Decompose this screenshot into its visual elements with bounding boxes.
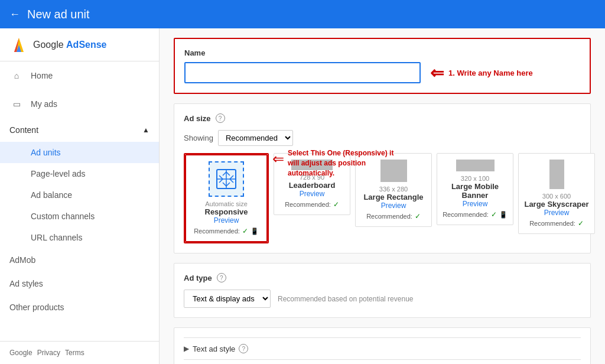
ad-size-card-large-skyscraper[interactable]: 300 x 600 Large Skyscraper Preview Recom… xyxy=(518,153,595,234)
sidebar: Google AdSense ⌂ Home ▭ My ads Content ▲… xyxy=(0,28,160,364)
collapsibles-section: ▶ Text ad style ? ▶ Custom channels ? Fi… xyxy=(174,327,591,364)
ad-size-card-responsive[interactable]: Automatic size Responsive Preview Recomm… xyxy=(185,154,268,242)
ad-size-label: Ad size xyxy=(184,114,211,123)
sidebar-item-admob[interactable]: AdMob xyxy=(0,248,159,272)
ad-size-section: Ad size ? Showing Recommended ⇐ Select T… xyxy=(174,103,591,254)
responsive-name: Responsive xyxy=(205,207,248,216)
sidebar-footer: Google Privacy Terms xyxy=(0,341,159,364)
name-input[interactable] xyxy=(184,62,421,83)
text-ad-style-help-icon[interactable]: ? xyxy=(239,344,248,353)
name-section: Name ⇐ 1. Write any Name here xyxy=(174,38,591,94)
large-skyscraper-recommended: Recommended: ✓ xyxy=(529,219,584,228)
sidebar-other-products-label: Other products xyxy=(9,303,64,312)
footer-terms-link[interactable]: Terms xyxy=(65,349,84,357)
sidebar-item-content[interactable]: Content ▲ xyxy=(0,118,159,142)
ad-type-row: Text & display ads Recommended based on … xyxy=(184,290,581,308)
logo-text: Google AdSense xyxy=(33,40,107,50)
back-button[interactable]: ← xyxy=(9,8,20,21)
responsive-annotation-text: Select This One (Responsive) it will adj… xyxy=(288,148,406,178)
recommended-label-large-rect: Recommended: xyxy=(366,213,412,220)
ad-type-help-icon[interactable]: ? xyxy=(217,273,226,282)
text-ad-style-label: Text ad style xyxy=(193,344,235,353)
sidebar-item-custom-channels[interactable]: Custom channels xyxy=(0,206,159,227)
responsive-icon xyxy=(214,167,238,191)
page-title: New ad unit xyxy=(27,8,90,21)
name-annotation-text: 1. Write any Name here xyxy=(448,69,533,77)
home-icon: ⌂ xyxy=(9,69,24,83)
chevron-right-icon-text-ad: ▶ xyxy=(184,344,189,353)
ad-type-label: Ad type xyxy=(184,274,212,282)
main-content: Name ⇐ 1. Write any Name here Ad size ? … xyxy=(160,28,605,364)
responsive-preview-link[interactable]: Preview xyxy=(214,216,239,225)
custom-channels-collapsible[interactable]: ▶ Custom channels ? xyxy=(184,359,581,364)
sidebar-item-home[interactable]: ⌂ Home xyxy=(0,61,159,90)
ad-size-header: Ad size ? xyxy=(184,113,581,123)
sidebar-item-my-ads[interactable]: ▭ My ads xyxy=(0,90,159,118)
ad-type-header: Ad type ? xyxy=(184,273,581,282)
footer-privacy-link[interactable]: Privacy xyxy=(37,349,60,357)
sidebar-ad-styles-label: Ad styles xyxy=(9,279,43,288)
name-label: Name xyxy=(184,48,580,57)
recommended-label-large-mobile: Recommended: xyxy=(443,211,489,218)
large-rectangle-preview-link[interactable]: Preview xyxy=(381,202,406,210)
sidebar-item-my-ads-label: My ads xyxy=(31,99,57,109)
sidebar-item-ad-balance[interactable]: Ad balance xyxy=(0,184,159,206)
responsive-preview-box xyxy=(209,161,244,197)
large-mobile-banner-name: Large Mobile Banner xyxy=(442,182,508,200)
adsense-logo-icon xyxy=(9,35,28,54)
sidebar-item-page-level-ads[interactable]: Page-level ads xyxy=(0,163,159,184)
mobile-icon-responsive: 📱 xyxy=(251,228,259,235)
sidebar-content-label: Content xyxy=(9,125,38,135)
recommended-label-responsive: Recommended: xyxy=(194,228,240,235)
text-ad-style-collapsible[interactable]: ▶ Text ad style ? xyxy=(184,337,581,359)
large-rectangle-size-label: 336 x 280 xyxy=(379,186,408,193)
ad-type-section: Ad type ? Text & display ads Recommended… xyxy=(174,263,591,318)
ad-size-help-icon[interactable]: ? xyxy=(216,113,225,123)
recommended-label-leaderboard: Recommended: xyxy=(285,201,331,208)
check-icon-leaderboard: ✓ xyxy=(333,200,339,209)
chevron-up-icon: ▲ xyxy=(142,126,149,134)
name-annotation: ⇐ 1. Write any Name here xyxy=(430,63,533,83)
filter-select[interactable]: Recommended xyxy=(218,130,293,146)
check-icon-responsive: ✓ xyxy=(242,227,248,235)
sidebar-admob-label: AdMob xyxy=(9,255,35,265)
page-header: ← New ad unit xyxy=(0,0,605,28)
annotation-arrow-right: ⇐ xyxy=(272,151,284,167)
sidebar-item-home-label: Home xyxy=(31,71,53,80)
large-skyscraper-size-label: 300 x 600 xyxy=(542,193,571,200)
check-icon-large-rect: ✓ xyxy=(415,212,421,220)
sidebar-item-ad-styles[interactable]: Ad styles xyxy=(0,272,159,295)
mobile-icon-large-mobile: 📱 xyxy=(499,211,508,219)
filter-label: Showing xyxy=(184,134,213,142)
large-mobile-banner-preview-img xyxy=(456,160,495,171)
large-rectangle-name: Large Rectangle xyxy=(363,193,423,202)
large-skyscraper-preview-img xyxy=(549,160,564,189)
large-skyscraper-name: Large Skyscraper xyxy=(524,200,588,209)
sidebar-item-other-products[interactable]: Other products xyxy=(0,295,159,319)
responsive-annotation: ⇐ Select This One (Responsive) it will a… xyxy=(272,148,406,178)
large-mobile-banner-preview-link[interactable]: Preview xyxy=(463,200,488,208)
leaderboard-recommended: Recommended: ✓ xyxy=(285,200,339,209)
large-skyscraper-preview-link[interactable]: Preview xyxy=(544,209,570,217)
my-ads-icon: ▭ xyxy=(9,97,24,111)
leaderboard-preview-link[interactable]: Preview xyxy=(300,190,325,198)
arrow-left-icon: ⇐ xyxy=(430,63,444,83)
footer-google-link[interactable]: Google xyxy=(9,349,32,357)
sidebar-item-url-channels[interactable]: URL channels xyxy=(0,227,159,248)
logo-area: Google AdSense xyxy=(0,28,159,61)
filter-bar: Showing Recommended xyxy=(184,130,581,146)
ad-type-select[interactable]: Text & display ads xyxy=(184,290,271,308)
leaderboard-name: Leaderboard xyxy=(289,181,336,190)
responsive-card-wrapper: Automatic size Responsive Preview Recomm… xyxy=(184,153,269,243)
check-icon-skyscraper: ✓ xyxy=(578,219,584,228)
large-mobile-banner-size-label: 320 x 100 xyxy=(461,175,489,182)
ad-size-card-large-mobile-banner[interactable]: 320 x 100 Large Mobile Banner Preview Re… xyxy=(437,153,513,225)
large-rectangle-recommended: Recommended: ✓ xyxy=(366,212,421,220)
sidebar-item-ad-units[interactable]: Ad units xyxy=(0,142,159,163)
responsive-size-label: Automatic size xyxy=(205,200,248,207)
ad-type-hint: Recommended based on potential revenue xyxy=(278,295,414,303)
name-input-wrapper: ⇐ 1. Write any Name here xyxy=(184,62,580,83)
large-mobile-banner-recommended: Recommended: ✓ 📱 xyxy=(443,210,508,219)
check-icon-large-mobile: ✓ xyxy=(491,210,497,219)
recommended-label-skyscraper: Recommended: xyxy=(529,220,575,227)
